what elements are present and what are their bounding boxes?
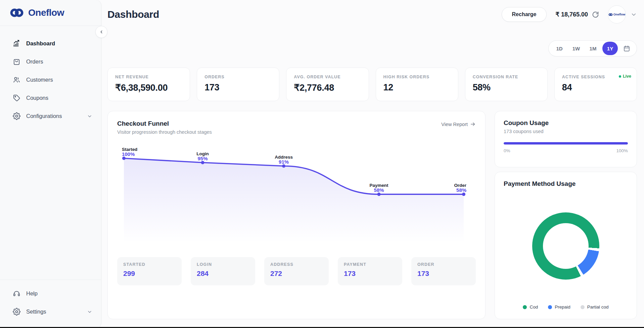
stat-value: ₹6,38,590.00 — [115, 82, 182, 93]
sidebar-item-label: Dashboard — [26, 40, 55, 47]
stage-value: 299 — [123, 270, 176, 278]
svg-text:100%: 100% — [122, 151, 135, 157]
stats-row: NET REVENUE ₹6,38,590.00 ORDERS 173 AVG.… — [107, 68, 637, 101]
stage-card-address: Address 272 — [264, 257, 329, 285]
payment-title: Payment Method Usage — [504, 180, 628, 188]
svg-text:58%: 58% — [374, 187, 384, 193]
stat-value: ₹2,776.48 — [294, 82, 361, 93]
coupon-usage-card: Coupon Usage 173 coupons used 0% 100% — [495, 111, 637, 167]
stage-value: 272 — [270, 270, 323, 278]
chevron-down-icon[interactable] — [631, 11, 637, 18]
sidebar-item-coupons[interactable]: Coupons — [9, 90, 96, 106]
stage-label: Address — [270, 262, 323, 267]
avatar[interactable]: Oneflow — [608, 5, 626, 24]
sidebar-nav: Dashboard Orders Customers — [0, 26, 101, 124]
app-logo-text: Oneflow — [28, 7, 64, 18]
users-icon — [13, 76, 20, 84]
funnel-titles: Checkout Funnel Visitor progression thro… — [117, 120, 212, 135]
sidebar-item-label: Settings — [26, 309, 46, 315]
view-report-link[interactable]: View Report — [441, 121, 476, 127]
sidebar-item-label: Orders — [26, 58, 43, 65]
sidebar-item-customers[interactable]: Customers — [9, 72, 96, 87]
sidebar-collapse-button[interactable] — [95, 26, 107, 38]
live-badge-label: Live — [623, 74, 631, 79]
range-1m[interactable]: 1M — [586, 42, 600, 55]
app-logo[interactable]: Oneflow — [0, 0, 101, 26]
bar-chart-icon — [13, 40, 20, 47]
stat-value: 173 — [204, 82, 272, 93]
calendar-icon[interactable] — [620, 42, 633, 55]
arrow-right-icon — [470, 121, 476, 127]
sidebar-item-orders[interactable]: Orders — [9, 54, 96, 69]
coupon-progress-labels: 0% 100% — [504, 148, 628, 153]
sidebar-item-help[interactable]: Help — [9, 286, 96, 301]
stage-card-payment: Payment 173 — [338, 257, 402, 285]
stat-card-high-risk-orders: HIGH RISK ORDERS 12 — [376, 68, 458, 101]
live-dot-icon — [619, 75, 621, 78]
donut-legend: Cod Prepaid Partial cod — [504, 304, 628, 311]
gear-icon — [13, 308, 20, 316]
range-1w[interactable]: 1W — [569, 42, 584, 55]
topbar: Dashboard Recharge ₹ 18,765.00 Oneflow — [107, 5, 637, 24]
stat-value: 84 — [562, 82, 629, 93]
coupon-subtitle: 173 coupons used — [504, 129, 628, 134]
sidebar-item-label: Customers — [26, 77, 53, 83]
progress-max-label: 100% — [616, 148, 628, 153]
stat-label: CONVERSION RATE — [473, 75, 540, 79]
stage-card-order: Order 173 — [411, 257, 476, 285]
stat-label: NET REVENUE — [115, 75, 182, 79]
chevron-left-icon — [99, 30, 104, 34]
range-1y[interactable]: 1Y — [602, 42, 618, 55]
stage-label: Payment — [344, 262, 396, 267]
legend-item-prepaid: Prepaid — [548, 304, 570, 310]
view-report-label: View Report — [441, 122, 468, 127]
stat-label: HIGH RISK ORDERS — [383, 75, 451, 79]
stat-card-active-sessions: ACTIVE SESSIONS 84 Live — [554, 68, 637, 101]
right-column: Coupon Usage 173 coupons used 0% 100% Pa… — [495, 111, 637, 319]
sidebar-spacer — [0, 124, 101, 280]
stage-value: 284 — [197, 270, 249, 278]
legend-label: Partial cod — [587, 304, 609, 310]
page-title: Dashboard — [107, 9, 159, 20]
stat-value: 58% — [473, 82, 540, 93]
chevron-down-icon — [87, 309, 92, 315]
gear-icon — [13, 112, 20, 120]
funnel-stage-row: Started 299 Login 284 Address 272 Paymen… — [117, 257, 476, 285]
account-menu: Oneflow — [608, 5, 637, 24]
sidebar: Oneflow Dashboard Orders — [0, 0, 101, 328]
tag-icon — [13, 94, 20, 102]
stat-card-net-revenue: NET REVENUE ₹6,38,590.00 — [107, 68, 190, 101]
funnel-card-header: Checkout Funnel Visitor progression thro… — [117, 120, 476, 135]
stat-card-orders: ORDERS 173 — [197, 68, 279, 101]
range-1d[interactable]: 1D — [552, 42, 567, 55]
funnel-subtitle: Visitor progression through checkout sta… — [117, 129, 212, 135]
legend-dot-icon — [523, 305, 527, 309]
payment-donut-chart — [532, 212, 599, 280]
payment-method-card: Payment Method Usage Cod Prepaid — [495, 172, 637, 319]
svg-text:95%: 95% — [198, 156, 208, 161]
stat-card-avg-order-value: AVG. ORDER VALUE ₹2,776.48 — [286, 68, 369, 101]
stat-label: ORDERS — [204, 75, 272, 79]
sidebar-item-label: Coupons — [26, 95, 48, 101]
legend-item-partial-cod: Partial cod — [581, 304, 609, 310]
funnel-title: Checkout Funnel — [117, 120, 212, 127]
live-badge: Live — [619, 74, 631, 79]
sidebar-item-dashboard[interactable]: Dashboard — [9, 36, 96, 51]
refresh-icon[interactable] — [592, 11, 599, 18]
time-range-selector: 1D 1W 1M 1Y — [548, 40, 637, 56]
svg-text:58%: 58% — [456, 187, 466, 193]
chevron-down-icon — [87, 114, 92, 119]
sidebar-item-settings[interactable]: Settings — [9, 304, 96, 319]
stage-label: Started — [123, 262, 176, 267]
coupon-progress-fill — [504, 142, 628, 145]
sidebar-footer: Help Settings — [0, 280, 101, 328]
shopping-bag-icon — [13, 58, 20, 66]
stage-label: Order — [417, 262, 470, 267]
recharge-button[interactable]: Recharge — [502, 7, 547, 22]
time-range-row: 1D 1W 1M 1Y — [107, 40, 637, 56]
wallet-balance-value: ₹ 18,765.00 — [555, 11, 588, 18]
coupon-progress-track — [504, 142, 628, 145]
stage-value: 173 — [417, 270, 470, 278]
wallet-balance: ₹ 18,765.00 — [555, 11, 599, 18]
sidebar-item-configurations[interactable]: Configurations — [9, 109, 96, 124]
